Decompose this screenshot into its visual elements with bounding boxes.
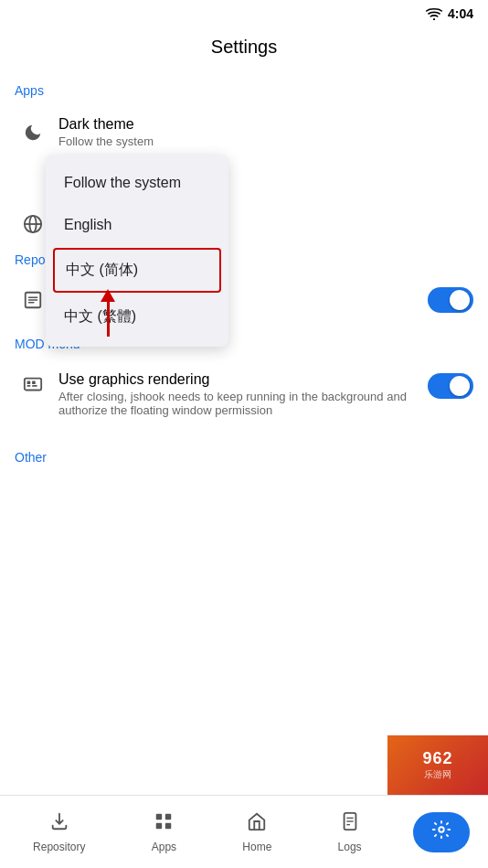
- nav-label-apps: Apps: [152, 841, 176, 853]
- nav-item-repository[interactable]: Repository: [18, 804, 100, 861]
- graphics-title: Use graphics rendering: [58, 371, 420, 388]
- graphics-subtitle: After closing, jshook needs to keep runn…: [58, 390, 420, 417]
- bottom-nav: Repository Apps Home: [0, 795, 488, 868]
- settings-content: Apps Dark theme Follow the system Follow…: [0, 72, 488, 472]
- dropdown-item-follow[interactable]: Follow the system: [46, 162, 228, 204]
- svg-rect-19: [165, 822, 171, 828]
- enable-script-toggle[interactable]: [428, 287, 473, 313]
- svg-rect-18: [156, 822, 162, 828]
- dark-theme-icon: [15, 123, 51, 143]
- dark-theme-row[interactable]: Dark theme Follow the system: [15, 105, 473, 159]
- svg-point-24: [439, 827, 444, 832]
- nav-item-apps[interactable]: Apps: [137, 804, 191, 861]
- svg-rect-12: [27, 380, 31, 384]
- svg-point-0: [433, 18, 435, 20]
- svg-rect-15: [32, 385, 37, 387]
- status-bar-right: 4:04: [426, 6, 473, 21]
- nav-item-logs[interactable]: Logs: [324, 804, 377, 861]
- apps-section-label: Apps: [15, 72, 473, 105]
- svg-rect-14: [27, 385, 31, 387]
- other-section-label: Other: [15, 439, 473, 472]
- svg-rect-16: [156, 813, 162, 819]
- status-bar: 4:04: [0, 0, 488, 27]
- red-arrow: [101, 289, 115, 337]
- dropdown-item-zh-traditional[interactable]: 中文 (繁體): [46, 295, 228, 339]
- svg-rect-13: [32, 380, 36, 384]
- page-header: Settings: [0, 27, 488, 72]
- dark-theme-title: Dark theme: [58, 116, 466, 133]
- dark-theme-text: Dark theme Follow the system: [51, 116, 473, 148]
- graphics-icon: [15, 371, 51, 395]
- nav-icon-settings: [431, 820, 451, 845]
- nav-icon-home: [247, 811, 267, 837]
- language-dropdown[interactable]: Follow the system English 中文 (简体) 中文 (繁體…: [46, 155, 228, 347]
- nav-icon-logs: [340, 811, 360, 837]
- dark-theme-subtitle: Follow the system: [58, 134, 466, 148]
- graphics-toggle[interactable]: [428, 373, 473, 399]
- dropdown-item-english[interactable]: English: [46, 204, 228, 246]
- nav-item-settings[interactable]: [413, 812, 470, 852]
- graphics-rendering-row[interactable]: Use graphics rendering After closing, js…: [15, 359, 473, 428]
- wifi-icon: [426, 7, 442, 20]
- nav-label-home: Home: [242, 841, 271, 853]
- graphics-text: Use graphics rendering After closing, js…: [51, 371, 428, 417]
- nav-label-logs: Logs: [338, 841, 362, 853]
- page-title: Settings: [211, 37, 277, 57]
- nav-icon-repository: [49, 811, 69, 837]
- svg-rect-17: [165, 813, 171, 819]
- watermark: 962 乐游网: [387, 735, 488, 795]
- nav-item-home[interactable]: Home: [228, 804, 286, 861]
- nav-label-repository: Repository: [33, 841, 85, 853]
- status-time: 4:04: [448, 6, 473, 21]
- nav-icon-apps: [154, 811, 174, 837]
- dropdown-item-zh-simplified[interactable]: 中文 (简体): [53, 248, 221, 293]
